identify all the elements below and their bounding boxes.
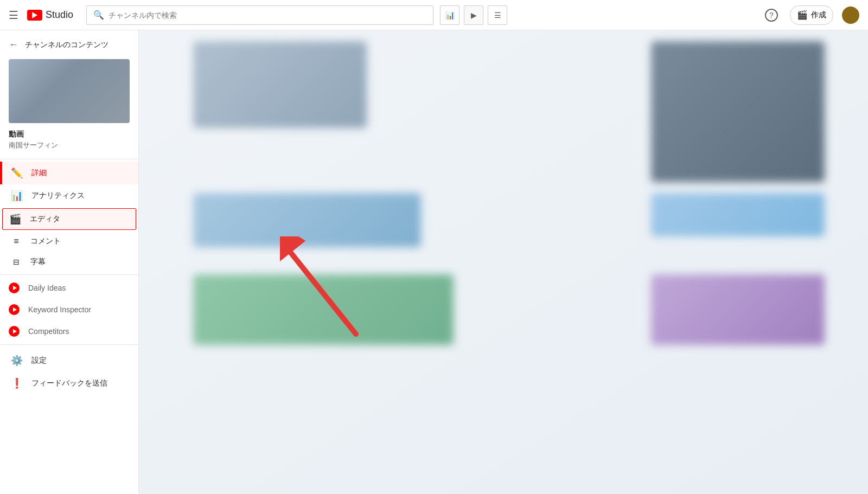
sidebar-item-competitors-label: Competitors	[28, 327, 69, 336]
studio-text: Studio	[46, 9, 73, 21]
blur-block-4	[651, 193, 825, 236]
sidebar-item-daily-ideas-label: Daily Ideas	[28, 284, 66, 292]
analytics-icon: 📊	[11, 190, 23, 202]
hamburger-icon[interactable]: ☰	[9, 9, 18, 22]
competitors-icon	[9, 326, 20, 337]
layout: ← チャンネルのコンテンツ 動画 南国サーフィン ✏️ 詳細 📊 アナリティクス…	[0, 0, 868, 494]
sidebar-item-analytics-label: アナリティクス	[31, 191, 85, 201]
sidebar-video-title: 動画	[0, 127, 138, 140]
search-icon: 🔍	[93, 10, 104, 20]
keyword-inspector-icon	[9, 304, 20, 315]
sidebar-bottom: ⚙️ 設定 ❗ フィードバックを送信	[0, 349, 138, 395]
blurred-background	[139, 30, 868, 494]
youtube-icon	[27, 10, 42, 21]
blur-block-3	[193, 193, 421, 247]
sidebar-item-competitors[interactable]: Competitors	[0, 320, 138, 342]
daily-ideas-icon	[9, 283, 20, 293]
blur-block-2	[651, 41, 825, 182]
back-arrow-icon: ←	[9, 39, 18, 50]
sidebar-divider-2	[0, 274, 138, 275]
tool-buttons: 📊 ▶ ☰	[440, 5, 507, 25]
sidebar-divider-3	[0, 344, 138, 345]
sidebar-item-comments-label: コメント	[30, 236, 61, 246]
search-bar[interactable]: 🔍	[86, 5, 433, 25]
sidebar-divider	[0, 159, 138, 159]
blur-block-1	[193, 41, 367, 128]
play-tool-button[interactable]: ▶	[464, 5, 483, 25]
blur-block-5	[193, 274, 454, 345]
sidebar-item-feedback-label: フィードバックを送信	[31, 378, 107, 388]
search-input[interactable]	[108, 11, 426, 20]
editor-icon: 🎬	[9, 213, 21, 225]
sidebar-item-details-label: 詳細	[31, 168, 47, 178]
help-button[interactable]: ?	[762, 5, 781, 25]
sidebar-back-button[interactable]: ← チャンネルのコンテンツ	[0, 30, 138, 59]
sidebar-item-keyword-inspector-label: Keyword Inspector	[28, 305, 91, 314]
list-tool-button[interactable]: ☰	[488, 5, 507, 25]
create-button[interactable]: 🎬 作成	[790, 5, 833, 25]
logo: Studio	[27, 9, 73, 21]
sidebar-item-daily-ideas[interactable]: Daily Ideas	[0, 277, 138, 299]
sidebar-item-details[interactable]: ✏️ 詳細	[0, 162, 138, 184]
subtitles-icon: ⊟	[11, 258, 22, 266]
sidebar-video-subtitle: 南国サーフィン	[0, 140, 138, 157]
comments-icon: ≡	[11, 236, 22, 246]
sidebar: ← チャンネルのコンテンツ 動画 南国サーフィン ✏️ 詳細 📊 アナリティクス…	[0, 30, 139, 494]
avatar[interactable]	[842, 7, 859, 24]
edit-icon: ✏️	[11, 167, 23, 179]
sidebar-item-subtitles-label: 字幕	[30, 257, 46, 267]
blur-block-6	[651, 274, 825, 345]
sidebar-item-analytics[interactable]: 📊 アナリティクス	[0, 184, 138, 207]
main-content	[139, 30, 868, 494]
sidebar-thumbnail	[9, 59, 130, 123]
analytics-tool-button[interactable]: 📊	[440, 5, 459, 25]
sidebar-item-editor[interactable]: 🎬 エディタ	[2, 208, 136, 230]
sidebar-item-feedback[interactable]: ❗ フィードバックを送信	[0, 372, 138, 395]
top-navigation: ☰ Studio 🔍 📊 ▶ ☰ ? 🎬 作成	[0, 0, 868, 30]
sidebar-item-comments[interactable]: ≡ コメント	[0, 231, 138, 252]
sidebar-item-settings-label: 設定	[31, 356, 47, 365]
feedback-icon: ❗	[11, 377, 23, 389]
settings-icon: ⚙️	[11, 355, 23, 367]
create-icon: 🎬	[797, 10, 808, 20]
sidebar-item-subtitles[interactable]: ⊟ 字幕	[0, 252, 138, 272]
create-label: 作成	[811, 10, 826, 20]
sidebar-back-label: チャンネルのコンテンツ	[25, 40, 108, 50]
sidebar-item-settings[interactable]: ⚙️ 設定	[0, 349, 138, 372]
sidebar-item-editor-label: エディタ	[30, 214, 60, 224]
sidebar-item-keyword-inspector[interactable]: Keyword Inspector	[0, 299, 138, 320]
nav-right: ? 🎬 作成	[762, 5, 859, 25]
